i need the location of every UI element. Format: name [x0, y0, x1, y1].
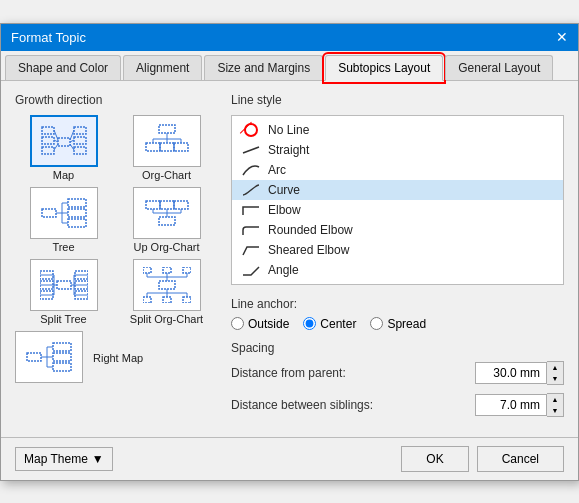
angle-line-icon	[240, 262, 262, 278]
svg-rect-39	[159, 217, 175, 225]
growth-icon-split-org-chart[interactable]	[133, 259, 201, 311]
svg-rect-0	[58, 138, 70, 146]
growth-label-map: Map	[53, 169, 74, 181]
curve-line-icon	[240, 182, 262, 198]
distance-from-parent-up[interactable]: ▲	[547, 362, 563, 373]
growth-icon-split-tree[interactable]	[30, 259, 98, 311]
svg-rect-5	[74, 137, 86, 144]
line-style-arc[interactable]: Arc	[232, 160, 563, 180]
tab-general-layout[interactable]: General Layout	[445, 55, 553, 80]
distance-from-parent-down[interactable]: ▼	[547, 373, 563, 384]
growth-direction-title: Growth direction	[15, 93, 215, 107]
line-style-elbow[interactable]: Elbow	[232, 200, 563, 220]
svg-rect-58	[159, 281, 175, 289]
elbow-line-icon	[240, 202, 262, 218]
svg-rect-28	[68, 199, 86, 207]
svg-rect-83	[53, 363, 71, 371]
tab-size-and-margins[interactable]: Size and Margins	[204, 55, 323, 80]
anchor-outside[interactable]: Outside	[231, 317, 289, 331]
straight-line-icon	[240, 142, 262, 158]
distance-between-siblings-label: Distance between siblings:	[231, 398, 401, 412]
line-style-rounded-elbow[interactable]: Rounded Elbow	[232, 220, 563, 240]
tab-subtopics-layout[interactable]: Subtopics Layout	[325, 55, 443, 81]
line-style-angle[interactable]: Angle	[232, 260, 563, 280]
sheared-elbow-icon	[240, 242, 262, 258]
distance-from-parent-spinner: 30.0 mm ▲ ▼	[475, 361, 564, 385]
growth-item-tree[interactable]: Tree	[15, 187, 112, 253]
main-content: Growth direction	[1, 81, 578, 437]
growth-icon-org-chart[interactable]	[133, 115, 201, 167]
ok-button[interactable]: OK	[401, 446, 468, 472]
cancel-button[interactable]: Cancel	[477, 446, 564, 472]
map-svg	[40, 123, 88, 159]
distance-between-siblings-up[interactable]: ▲	[547, 394, 563, 405]
svg-rect-30	[68, 219, 86, 227]
tree-svg	[40, 195, 88, 231]
line-style-curve[interactable]: Curve	[232, 180, 563, 200]
map-theme-label: Map Theme	[24, 452, 88, 466]
svg-rect-21	[174, 143, 188, 151]
svg-rect-72	[143, 297, 151, 303]
line-style-no-line[interactable]: No Line	[232, 120, 563, 140]
growth-icon-up-org-chart[interactable]	[133, 187, 201, 239]
rounded-elbow-icon	[240, 222, 262, 238]
growth-item-up-org-chart[interactable]: Up Org-Chart	[118, 187, 215, 253]
growth-item-split-org-chart[interactable]: Split Org-Chart	[118, 259, 215, 325]
line-style-sheared-elbow[interactable]: Sheared Elbow	[232, 240, 563, 260]
svg-line-84	[243, 147, 259, 153]
svg-rect-74	[183, 297, 191, 303]
tab-alignment[interactable]: Alignment	[123, 55, 202, 80]
svg-rect-40	[57, 281, 71, 289]
svg-rect-13	[159, 125, 175, 133]
anchor-center-radio[interactable]	[303, 317, 316, 330]
map-theme-chevron: ▼	[92, 452, 104, 466]
right-map-svg	[25, 339, 73, 375]
close-button[interactable]: ✕	[556, 30, 568, 44]
line-anchor-label: Line anchor:	[231, 297, 564, 311]
map-theme-button[interactable]: Map Theme ▼	[15, 447, 113, 471]
svg-rect-22	[42, 209, 56, 217]
split-org-chart-svg	[143, 267, 191, 303]
growth-label-right-map: Right Map	[93, 352, 143, 364]
growth-icon-map[interactable]	[30, 115, 98, 167]
line-style-straight[interactable]: Straight	[232, 140, 563, 160]
distance-between-siblings-down[interactable]: ▼	[547, 405, 563, 416]
anchor-outside-radio[interactable]	[231, 317, 244, 330]
left-panel: Growth direction	[15, 93, 215, 425]
svg-rect-4	[74, 127, 86, 134]
growth-grid: Map	[15, 115, 215, 385]
distance-from-parent-input[interactable]: 30.0 mm	[475, 362, 547, 384]
svg-rect-6	[74, 147, 86, 154]
distance-between-siblings-row: Distance between siblings: 7.0 mm ▲ ▼	[231, 393, 564, 417]
growth-label-split-org-chart: Split Org-Chart	[130, 313, 203, 325]
growth-icon-right-map[interactable]	[15, 331, 83, 383]
distance-between-siblings-input[interactable]: 7.0 mm	[475, 394, 547, 416]
footer: Map Theme ▼ OK Cancel	[1, 437, 578, 480]
format-topic-dialog: Format Topic ✕ Shape and Color Alignment…	[0, 23, 579, 481]
svg-rect-32	[160, 201, 174, 209]
svg-rect-75	[27, 353, 41, 361]
anchor-spread-radio[interactable]	[370, 317, 383, 330]
svg-rect-82	[53, 353, 71, 361]
title-bar: Format Topic ✕	[1, 24, 578, 51]
tab-shape-and-color[interactable]: Shape and Color	[5, 55, 121, 80]
growth-item-org-chart[interactable]: Org-Chart	[118, 115, 215, 181]
growth-item-map[interactable]: Map	[15, 115, 112, 181]
svg-rect-19	[146, 143, 160, 151]
up-org-chart-svg	[143, 195, 191, 231]
growth-item-right-map[interactable]: Right Map	[15, 331, 215, 385]
distance-between-siblings-spinner: 7.0 mm ▲ ▼	[475, 393, 564, 417]
distance-between-siblings-buttons: ▲ ▼	[547, 393, 564, 417]
growth-item-split-tree[interactable]: Split Tree	[15, 259, 112, 325]
growth-icon-tree[interactable]	[30, 187, 98, 239]
svg-rect-65	[163, 267, 171, 273]
no-line-icon	[240, 122, 262, 138]
anchor-spread[interactable]: Spread	[370, 317, 426, 331]
footer-buttons: OK Cancel	[401, 446, 564, 472]
distance-from-parent-buttons: ▲ ▼	[547, 361, 564, 385]
anchor-center[interactable]: Center	[303, 317, 356, 331]
svg-rect-66	[183, 267, 191, 273]
svg-rect-1	[42, 127, 54, 134]
distance-from-parent-label: Distance from parent:	[231, 366, 401, 380]
spacing-title: Spacing	[231, 341, 564, 355]
